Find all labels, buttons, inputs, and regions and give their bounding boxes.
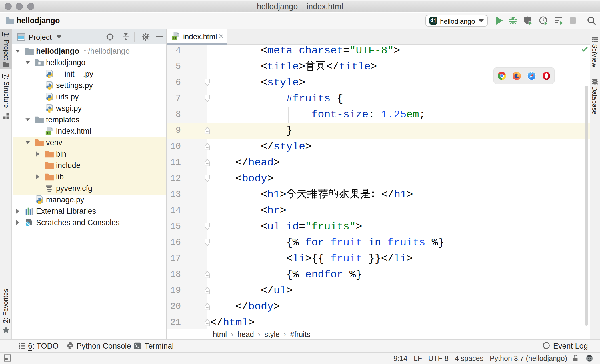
svg-text:H: H	[47, 131, 50, 135]
svg-text:H: H	[173, 36, 176, 40]
